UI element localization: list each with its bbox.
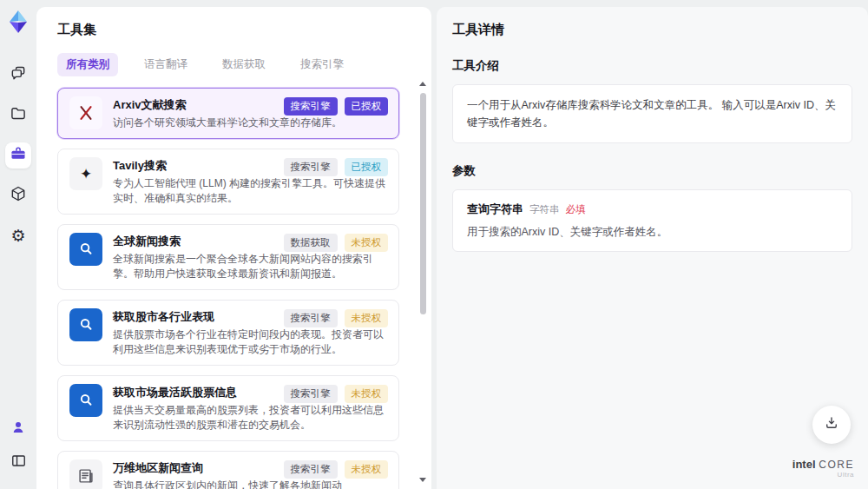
- tool-name: Tavily搜索: [113, 158, 276, 174]
- blue-search-icon: [69, 308, 102, 341]
- blue-search-icon: [69, 233, 102, 266]
- scroll-up-arrow-icon[interactable]: [419, 82, 426, 86]
- tool-name: 万维地区新闻查询: [113, 460, 276, 476]
- category-badge: 搜索引擎: [284, 97, 338, 116]
- category-badge: 搜索引擎: [284, 158, 338, 176]
- status-badge: 未授权: [345, 385, 389, 403]
- intro-heading: 工具介绍: [452, 58, 852, 74]
- tab-search-engine[interactable]: 搜索引擎: [292, 53, 352, 76]
- tool-card-global-news[interactable]: 全球新闻搜索 全球新闻搜索是一个聚合全球各大新闻网站内容的搜索引擎。帮助用户快速…: [57, 224, 399, 290]
- package-icon: [10, 185, 27, 206]
- scrollbar-thumb[interactable]: [420, 93, 426, 314]
- tab-language-translation[interactable]: 语言翻译: [135, 53, 196, 76]
- brand-intel: intel: [792, 458, 816, 471]
- tool-name: 全球新闻搜索: [113, 234, 276, 249]
- tool-desc: 全球新闻搜索是一个聚合全球各大新闻网站内容的搜索引擎。帮助用户快速获取全球最新资…: [113, 252, 387, 281]
- app-logo: [3, 7, 33, 36]
- tool-desc: 提供股票市场各个行业在特定时间段内的表现。投资者可以利用这些信息来识别表现优于或…: [113, 327, 387, 357]
- nav-files[interactable]: [5, 102, 31, 129]
- category-tabs: 所有类别 语言翻译 数据获取 搜索引擎: [57, 53, 412, 76]
- status-badge: 未授权: [345, 234, 389, 252]
- status-badge: 已授权: [345, 158, 389, 176]
- download-button[interactable]: [812, 406, 851, 444]
- intro-text: 一个用于从Arxiv存储库搜索科学论文和文章的工具。 输入可以是Arxiv ID…: [467, 96, 838, 131]
- category-badge: 搜索引擎: [284, 460, 338, 479]
- intel-core-logo: intel CORE Ultra: [792, 456, 854, 479]
- list-scrollbar: [418, 82, 427, 482]
- nav-settings[interactable]: ⚙: [5, 222, 31, 248]
- category-badge: 数据获取: [284, 234, 338, 252]
- nav-chat[interactable]: [5, 63, 31, 89]
- nav-tools[interactable]: [5, 142, 31, 169]
- arxiv-x-icon: [69, 96, 102, 129]
- tool-desc: 专为人工智能代理 (LLM) 构建的搜索引擎工具。可快速提供实时、准确和真实的结…: [113, 176, 387, 206]
- scroll-down-arrow-icon[interactable]: [419, 478, 426, 482]
- panel-toggle-icon: [10, 453, 27, 472]
- tool-desc: 查询具体行政区划内的新闻，快速了解各地新闻动: [113, 479, 387, 489]
- briefcase-icon: [10, 145, 27, 166]
- tool-name: 获取股市各行业表现: [113, 309, 276, 325]
- tools-list-pane: 工具集 所有类别 语言翻译 数据获取 搜索引擎 Arxiv文献搜索 访问各个研究…: [36, 7, 431, 489]
- category-badge: 搜索引擎: [284, 385, 338, 403]
- chat-icon: [10, 65, 27, 86]
- download-icon: [824, 415, 839, 434]
- blue-search-icon: [69, 384, 102, 417]
- tools-panel-title: 工具集: [57, 22, 412, 38]
- brand-ultra: Ultra: [792, 472, 854, 479]
- details-title: 工具详情: [452, 22, 852, 38]
- tool-card-tavily[interactable]: ✦ Tavily搜索 专为人工智能代理 (LLM) 构建的搜索引擎工具。可快速提…: [57, 149, 399, 215]
- newspaper-icon: [69, 459, 102, 489]
- tool-desc: 提供当天交易量最高的股票列表，投资者可以利用这些信息来识别流动性强的股票和潜在的…: [113, 403, 387, 433]
- tool-details-pane: 工具详情 工具介绍 一个用于从Arxiv存储库搜索科学论文和文章的工具。 输入可…: [437, 7, 868, 489]
- param-name: 查询字符串: [467, 202, 523, 217]
- tool-card-most-active-stocks[interactable]: 获取市场最活跃股票信息 提供当天交易量最高的股票列表，投资者可以利用这些信息来识…: [57, 375, 399, 441]
- gear-icon: ⚙: [10, 228, 25, 244]
- tool-name: Arxiv文献搜索: [113, 97, 276, 113]
- nav-account[interactable]: [5, 416, 31, 442]
- user-icon: [10, 420, 26, 439]
- status-badge: 未授权: [345, 309, 389, 327]
- folder-icon: [10, 105, 27, 126]
- param-type: 字符串: [529, 203, 560, 216]
- main-area: 工具集 所有类别 语言翻译 数据获取 搜索引擎 Arxiv文献搜索 访问各个研究…: [36, 7, 868, 489]
- param-card: 查询字符串 字符串 必填 用于搜索的Arxiv ID、关键字或作者姓名。: [452, 189, 852, 252]
- tool-desc: 访问各个研究领域大量科学论文和文章的存储库。: [113, 116, 387, 130]
- tab-data-fetch[interactable]: 数据获取: [214, 53, 274, 76]
- tool-card-arxiv[interactable]: Arxiv文献搜索 访问各个研究领域大量科学论文和文章的存储库。 搜索引擎 已授…: [57, 88, 399, 139]
- brand-core: CORE: [819, 459, 854, 471]
- tool-card-sector-performance[interactable]: 获取股市各行业表现 提供股票市场各个行业在特定时间段内的表现。投资者可以利用这些…: [57, 300, 399, 366]
- tool-card-regional-news[interactable]: 万维地区新闻查询 查询具体行政区划内的新闻，快速了解各地新闻动 搜索引擎 未授权: [57, 451, 399, 489]
- status-badge: 未授权: [345, 460, 389, 479]
- sparkle-star-icon: ✦: [69, 157, 102, 190]
- tool-name: 获取市场最活跃股票信息: [113, 385, 276, 400]
- tool-card-list: Arxiv文献搜索 访问各个研究领域大量科学论文和文章的存储库。 搜索引擎 已授…: [57, 88, 399, 489]
- category-badge: 搜索引擎: [284, 309, 338, 327]
- left-nav-rail: ⚙: [0, 0, 36, 489]
- nav-packages[interactable]: [5, 182, 31, 208]
- params-heading: 参数: [452, 163, 852, 179]
- param-required-badge: 必填: [566, 203, 586, 216]
- status-badge: 已授权: [345, 97, 389, 116]
- nav-panel-toggle[interactable]: [5, 449, 31, 475]
- param-desc: 用于搜索的Arxiv ID、关键字或作者姓名。: [467, 225, 838, 240]
- intro-card: 一个用于从Arxiv存储库搜索科学论文和文章的工具。 输入可以是Arxiv ID…: [452, 84, 852, 143]
- tab-all-categories[interactable]: 所有类别: [57, 53, 118, 76]
